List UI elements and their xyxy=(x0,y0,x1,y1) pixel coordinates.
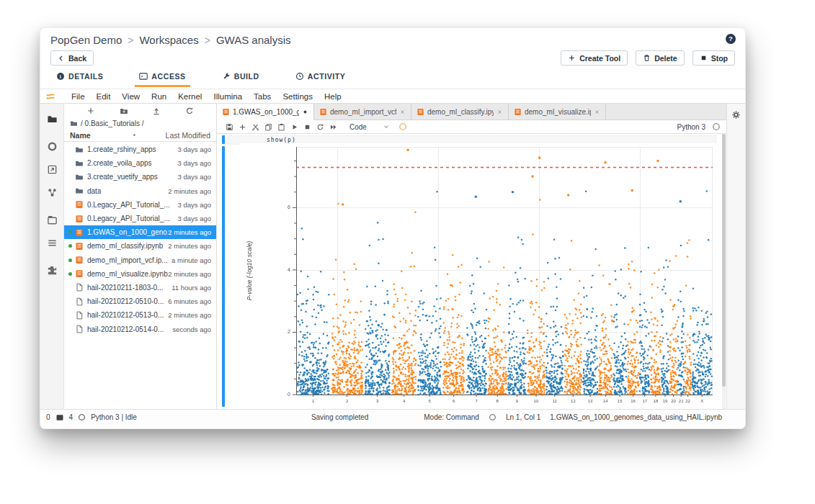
notebook-content: show(p) xyxy=(217,134,726,409)
help-icon[interactable]: ? xyxy=(725,33,736,45)
column-modified[interactable]: Last Modified xyxy=(166,131,210,140)
menu-file[interactable]: File xyxy=(66,91,91,102)
file-icon xyxy=(75,325,84,333)
sidebar-commands-icon[interactable] xyxy=(47,164,58,175)
folder-icon xyxy=(75,159,84,168)
tab-build[interactable]: BUILD xyxy=(218,70,264,87)
file-row[interactable]: hail-20210212-0510-0...6 minutes ago xyxy=(64,294,216,308)
column-name[interactable]: Name xyxy=(70,131,91,140)
sort-caret-icon[interactable] xyxy=(131,132,138,138)
menu-kernel[interactable]: Kernel xyxy=(172,91,208,102)
ffwd-button[interactable] xyxy=(326,123,339,131)
sidebar-running-kernels-icon[interactable] xyxy=(47,141,58,152)
kernel-name[interactable]: Python 3 xyxy=(677,123,705,131)
close-icon[interactable] xyxy=(496,109,503,115)
sidebar-extensions-icon[interactable] xyxy=(47,265,58,276)
document-tab-label: 1.GWAS_on_1000_genomes_ xyxy=(233,108,299,116)
delete-button[interactable]: Delete xyxy=(636,50,685,66)
clock-icon xyxy=(295,72,304,81)
file-row[interactable]: 2.create_voila_apps3 days ago xyxy=(64,156,216,170)
file-row[interactable]: 3.create_vuetify_apps3 days ago xyxy=(64,170,216,184)
file-name: hail-20210212-0510-0... xyxy=(87,297,164,305)
button-label: Create Tool xyxy=(579,54,620,63)
document-tab[interactable]: demo_ml_visualize.ipynb xyxy=(509,104,606,120)
stop-button[interactable] xyxy=(300,123,313,131)
file-row[interactable]: hail-20210211-1803-0...11 hours ago xyxy=(64,281,216,294)
menu-settings[interactable]: Settings xyxy=(277,91,319,102)
run-button[interactable] xyxy=(288,123,300,131)
file-row[interactable]: demo_ml_visualize.ipynb2 minutes ago xyxy=(64,267,216,281)
file-row[interactable]: data2 minutes ago xyxy=(64,184,216,198)
cell-collapser-input[interactable] xyxy=(222,135,225,144)
create-tool-button[interactable]: Create Tool xyxy=(561,50,628,66)
file-row[interactable]: 0.Legacy_API_Tutorial_...3 days ago xyxy=(64,212,216,225)
breadcrumb-separator: > xyxy=(128,35,133,46)
toolbar-buttons xyxy=(223,123,339,131)
tab-activity[interactable]: ACTIVITY xyxy=(291,70,350,87)
notebook-icon xyxy=(75,269,84,278)
file-modified: 3 days ago xyxy=(178,145,211,153)
tab-details[interactable]: iDETAILS xyxy=(52,70,107,87)
terminal-icon: >_ xyxy=(139,72,148,81)
breadcrumb-item[interactable]: PopGen Demo xyxy=(50,34,122,46)
menu-edit[interactable]: Edit xyxy=(91,91,117,102)
menu-run[interactable]: Run xyxy=(146,91,172,102)
file-modified: 3 days ago xyxy=(178,201,211,209)
paste-button[interactable] xyxy=(275,123,288,131)
svg-text:i: i xyxy=(60,74,61,80)
current-path: / 0.Basic_Tutorials / xyxy=(81,120,143,127)
notebook-scrollbar[interactable] xyxy=(722,134,726,409)
cell-type-dropdown[interactable]: Code xyxy=(349,123,390,131)
info-icon: i xyxy=(56,72,65,81)
file-row[interactable]: hail-20210212-0513-0...2 minutes ago xyxy=(64,308,216,322)
upload-icon[interactable] xyxy=(152,107,161,115)
notebook-icon xyxy=(222,108,230,116)
file-row[interactable]: hail-20210212-0514-0...seconds ago xyxy=(64,322,216,336)
menu-tabs[interactable]: Tabs xyxy=(248,91,277,102)
save-button[interactable] xyxy=(223,123,236,131)
tab-access[interactable]: >_ACCESS xyxy=(135,70,190,87)
cursor-position[interactable]: Ln 1, Col 1 xyxy=(506,413,540,421)
file-browser-breadcrumb[interactable]: / 0.Basic_Tutorials / xyxy=(64,117,216,129)
restart-button[interactable] xyxy=(313,123,326,131)
file-name: 1.GWAS_on_1000_geno... xyxy=(87,228,168,236)
file-row[interactable]: 1.create_rshiny_apps3 days ago xyxy=(64,143,216,156)
stop-button[interactable]: Stop xyxy=(692,50,735,66)
file-row[interactable]: demo_ml_classify.ipynb2 minutes ago xyxy=(64,239,216,253)
plus-button[interactable] xyxy=(236,123,249,131)
document-tab[interactable]: 1.GWAS_on_1000_genomes_ xyxy=(217,104,314,120)
mode-indicator: Mode: Command xyxy=(424,413,479,421)
close-icon[interactable] xyxy=(399,109,406,115)
cell-collapser-output[interactable] xyxy=(222,146,225,407)
file-row[interactable]: 1.GWAS_on_1000_geno...2 minutes ago xyxy=(64,225,216,239)
dirty-dot-icon[interactable] xyxy=(302,109,308,115)
file-browser-panel: / 0.Basic_Tutorials / Name Last Modified… xyxy=(64,104,217,409)
sidebar-property-inspector-icon[interactable] xyxy=(47,187,58,198)
kernel-status-text[interactable]: Python 3 | Idle xyxy=(91,413,137,421)
breadcrumb-item[interactable]: GWAS analysis xyxy=(216,34,291,46)
folder-icon xyxy=(70,120,78,127)
breadcrumb-item[interactable]: Workspaces xyxy=(139,34,198,46)
sidebar-table-of-contents-icon[interactable] xyxy=(47,238,58,248)
wrench-icon xyxy=(222,72,231,81)
sidebar-file-browser-icon[interactable] xyxy=(47,114,58,125)
cut-button[interactable] xyxy=(249,123,262,131)
menu-view[interactable]: View xyxy=(116,91,146,102)
terminal-icon xyxy=(55,413,64,422)
file-row[interactable]: 0.Legacy_API_Tutorial_...3 days ago xyxy=(64,198,216,212)
back-button[interactable]: Back xyxy=(50,50,94,66)
menu-illumina[interactable]: Illumina xyxy=(208,91,248,102)
document-tab[interactable]: demo_ml_import_vcf.ipynb xyxy=(314,104,411,120)
gear-icon[interactable] xyxy=(731,110,741,120)
close-icon[interactable] xyxy=(594,109,600,115)
file-row[interactable]: demo_ml_import_vcf.ip...a minute ago xyxy=(64,253,216,267)
menu-help[interactable]: Help xyxy=(319,91,347,102)
new-launcher-icon[interactable] xyxy=(86,107,95,115)
sidebar-open-tabs-icon[interactable] xyxy=(47,215,58,225)
document-tab[interactable]: demo_ml_classify.ipynb xyxy=(411,104,509,120)
copy-button[interactable] xyxy=(262,123,275,131)
document-tab-label: demo_ml_classify.ipynb xyxy=(427,108,494,116)
refresh-icon[interactable] xyxy=(185,107,194,115)
new-folder-icon[interactable] xyxy=(120,107,128,115)
stop-icon xyxy=(700,54,708,62)
